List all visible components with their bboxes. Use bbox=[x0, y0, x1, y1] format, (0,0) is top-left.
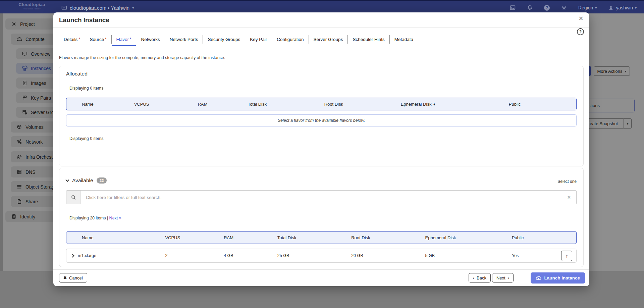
column-total-disk: Total Disk bbox=[265, 235, 339, 240]
tab-source[interactable]: Source* bbox=[85, 35, 112, 44]
help-icon[interactable]: ? bbox=[544, 5, 550, 11]
allocate-flavor-button[interactable]: ↑ bbox=[561, 251, 572, 261]
next-label: Next bbox=[496, 275, 505, 280]
tab-details[interactable]: Details* bbox=[59, 35, 85, 44]
allocated-table-header: Name VCPUS RAM Total Disk Root Disk Ephe… bbox=[66, 98, 577, 110]
column-name: Name bbox=[66, 102, 122, 107]
flavor-ram: 4 GB bbox=[212, 253, 265, 258]
brand-tagline: Your Cloud Partner bbox=[10, 8, 54, 10]
allocated-count-top: Displaying 0 items bbox=[69, 86, 103, 91]
filter-search-bar: ✕ bbox=[66, 190, 577, 204]
launch-instance-modal: Launch Instance × ? Details* Source* Fla… bbox=[53, 12, 589, 286]
tab-label: Flavor bbox=[116, 37, 129, 42]
help-icon[interactable]: ? bbox=[577, 28, 584, 35]
allocated-empty-row: Select a flavor from the available flavo… bbox=[66, 114, 577, 126]
flavor-total-disk: 25 GB bbox=[265, 253, 339, 258]
region-label: Region bbox=[578, 5, 593, 10]
user-icon bbox=[608, 5, 614, 11]
tab-label: Network Ports bbox=[170, 37, 198, 42]
back-label: Back bbox=[477, 275, 486, 280]
collapse-chevron-icon[interactable] bbox=[65, 178, 69, 182]
cloud-upload-icon bbox=[536, 275, 541, 281]
tab-key-pair[interactable]: Key Pair bbox=[245, 35, 272, 44]
column-root-disk: Root Disk bbox=[339, 235, 413, 240]
expand-chevron-icon[interactable] bbox=[70, 254, 74, 257]
tab-metadata[interactable]: Metadata bbox=[390, 35, 418, 44]
next-chevron-icon: › bbox=[508, 275, 509, 280]
modal-header: Launch Instance × bbox=[53, 12, 589, 28]
gear-icon[interactable] bbox=[561, 5, 567, 11]
pager-separator: | bbox=[107, 216, 108, 220]
user-dropdown[interactable]: yashwin ▾ bbox=[608, 5, 637, 11]
next-button[interactable]: Next › bbox=[492, 273, 514, 283]
tab-flavor[interactable]: Flavor* bbox=[112, 35, 137, 44]
available-table-header: Name VCPUS RAM Total Disk Root Disk Ephe… bbox=[66, 231, 577, 244]
allocated-panel: Allocated Displaying 0 items Name VCPUS … bbox=[59, 66, 584, 166]
region-dropdown[interactable]: Region ▾ bbox=[578, 5, 597, 10]
tab-label: Configuration bbox=[277, 37, 304, 42]
available-count: Displaying 20 items bbox=[69, 216, 106, 220]
flavor-vcpus: 2 bbox=[153, 253, 212, 258]
bell-icon[interactable] bbox=[527, 5, 533, 11]
modal-title: Launch Instance bbox=[59, 16, 109, 24]
column-ram: RAM bbox=[212, 235, 265, 240]
screen: Cloudtopiaa Your Cloud Partner cloudtopi… bbox=[0, 0, 644, 308]
flavor-root-disk: 20 GB bbox=[339, 253, 413, 258]
flavor-row-m1-xlarge[interactable]: m1.xlarge 2 4 GB 25 GB 20 GB 5 GB Yes ↑ bbox=[66, 249, 577, 263]
tab-server-groups[interactable]: Server Groups bbox=[309, 35, 348, 44]
tab-network-ports[interactable]: Network Ports bbox=[165, 35, 203, 44]
column-total-disk: Total Disk bbox=[236, 102, 312, 107]
chevron-down-icon: ▾ bbox=[635, 6, 637, 10]
column-public: Public bbox=[500, 235, 576, 240]
close-icon[interactable]: × bbox=[579, 14, 583, 22]
up-arrow-icon: ↑ bbox=[566, 253, 568, 259]
column-public: Public bbox=[497, 102, 576, 107]
launch-instance-button[interactable]: Launch Instance bbox=[531, 272, 585, 284]
required-asterisk: * bbox=[105, 37, 106, 41]
flavor-description: Flavors manage the sizing for the comput… bbox=[59, 55, 225, 60]
required-asterisk: * bbox=[78, 37, 80, 41]
tab-scheduler-hints[interactable]: Scheduler Hints bbox=[348, 35, 389, 44]
chevron-down-icon: ▾ bbox=[595, 6, 597, 10]
column-vcpus: VCPUS bbox=[122, 102, 186, 107]
flavor-name: m1.xlarge bbox=[78, 253, 96, 258]
allocated-empty-text: Select a flavor from the available flavo… bbox=[278, 118, 365, 123]
breadcrumb: cloudtopiaa.com • Yashwin bbox=[70, 5, 129, 11]
cancel-label: Cancel bbox=[69, 275, 83, 280]
available-count-badge: 22 bbox=[97, 177, 107, 184]
username-label: yashwin bbox=[616, 5, 633, 10]
x-icon: ✖ bbox=[63, 275, 67, 280]
search-icon bbox=[66, 191, 80, 204]
wizard-tabs: Details* Source* Flavor* Networks Networ… bbox=[59, 35, 578, 46]
tab-label: Metadata bbox=[394, 37, 413, 42]
tab-label: Scheduler Hints bbox=[353, 37, 384, 42]
column-name: Name bbox=[66, 235, 153, 240]
column-root-disk: Root Disk bbox=[312, 102, 389, 107]
tab-label: Key Pair bbox=[250, 37, 267, 42]
terminal-icon[interactable] bbox=[510, 5, 516, 11]
brand-name: Cloudtopiaa bbox=[10, 2, 54, 7]
back-chevron-icon: ‹ bbox=[473, 275, 474, 280]
launch-label: Launch Instance bbox=[544, 275, 580, 280]
select-one-hint: Select one bbox=[557, 179, 577, 184]
tab-configuration[interactable]: Configuration bbox=[272, 35, 309, 44]
clear-search-icon[interactable]: ✕ bbox=[567, 191, 576, 204]
search-input[interactable] bbox=[80, 191, 567, 204]
column-ephemeral-disk[interactable]: Ephemeral Disk▴▾ bbox=[389, 102, 497, 107]
column-ephemeral-disk: Ephemeral Disk bbox=[413, 235, 500, 240]
billboard-icon bbox=[61, 5, 67, 11]
cancel-button[interactable]: ✖ Cancel bbox=[59, 273, 87, 283]
brand-logo[interactable]: Cloudtopiaa Your Cloud Partner bbox=[10, 2, 54, 10]
flavor-ephemeral-disk: 5 GB bbox=[413, 253, 500, 258]
tab-security-groups[interactable]: Security Groups bbox=[203, 35, 245, 44]
tab-label: Source bbox=[90, 37, 104, 42]
tab-label: Server Groups bbox=[314, 37, 343, 42]
sort-icon[interactable]: ▴▾ bbox=[433, 103, 435, 106]
chevron-down-icon: ▾ bbox=[132, 6, 134, 10]
tab-networks[interactable]: Networks bbox=[136, 35, 165, 44]
tab-label: Networks bbox=[141, 37, 160, 42]
next-page-link[interactable]: Next » bbox=[109, 216, 121, 220]
available-panel: Available 22 Select one ✕ Displaying 20 … bbox=[59, 168, 584, 267]
allocated-title: Allocated bbox=[66, 71, 88, 77]
back-button[interactable]: ‹ Back bbox=[469, 273, 491, 283]
